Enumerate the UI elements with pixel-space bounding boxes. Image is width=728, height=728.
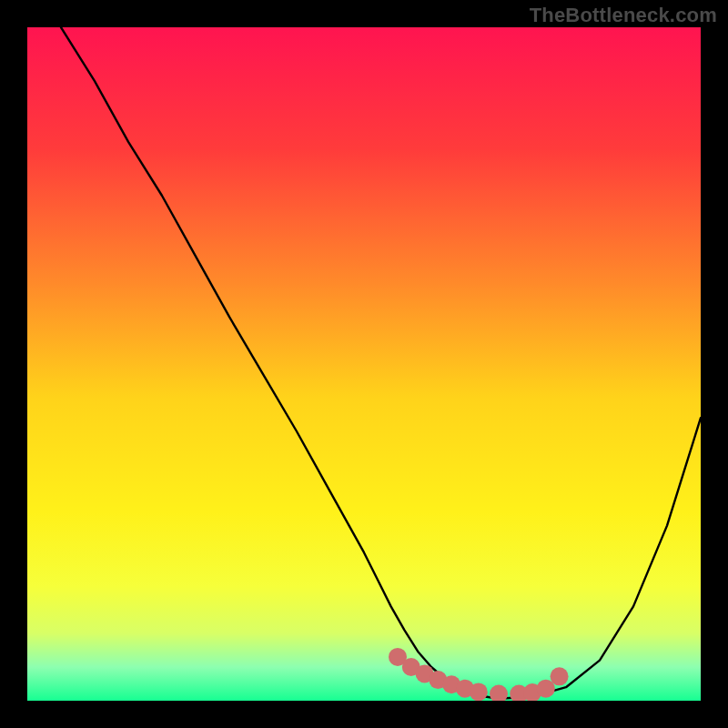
chart-stage: TheBottleneck.com xyxy=(0,0,728,728)
highlight-marker xyxy=(537,680,555,698)
bottleneck-chart xyxy=(0,0,728,728)
highlight-marker xyxy=(470,682,488,701)
highlight-marker xyxy=(490,685,508,703)
highlight-marker xyxy=(551,667,569,685)
plot-background xyxy=(27,27,701,701)
watermark-text: TheBottleneck.com xyxy=(530,4,717,27)
